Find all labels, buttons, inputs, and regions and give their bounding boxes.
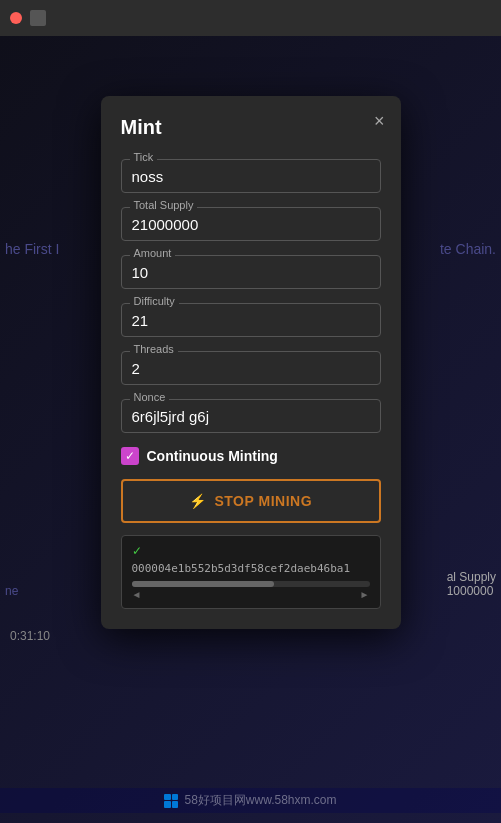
watermark: 58好项目网www.58hxm.com (0, 788, 501, 813)
stop-mining-button[interactable]: ⚡ STOP MINING (121, 479, 381, 523)
browser-bar (0, 0, 501, 36)
continuous-minting-row[interactable]: ✓ Continuous Minting (121, 447, 381, 465)
hash-scroll-right-icon[interactable]: ► (360, 589, 370, 600)
amount-field-group: Amount (121, 255, 381, 289)
hash-text: 000004e1b552b5d3df58cef2daeb46ba1 (132, 562, 370, 575)
threads-label: Threads (130, 343, 178, 355)
hash-output-box: ✓ 000004e1b552b5d3df58cef2daeb46ba1 ◄ ► (121, 535, 381, 609)
modal-close-button[interactable]: × (374, 112, 385, 130)
mint-modal: Mint × Tick Total Supply Amount Difficul… (101, 96, 401, 629)
tick-field-group: Tick (121, 159, 381, 193)
modal-overlay: Mint × Tick Total Supply Amount Difficul… (0, 36, 501, 823)
nonce-input[interactable] (132, 408, 370, 425)
watermark-text: 58好项目网www.58hxm.com (184, 792, 336, 809)
total-supply-label: Total Supply (130, 199, 198, 211)
tick-label: Tick (130, 151, 158, 163)
stop-mining-label: STOP MINING (214, 493, 312, 509)
continuous-minting-label: Continuous Minting (147, 448, 278, 464)
stop-mining-icon: ⚡ (189, 493, 207, 509)
difficulty-label: Difficulty (130, 295, 179, 307)
difficulty-field-group: Difficulty (121, 303, 381, 337)
hash-scroll-arrows: ◄ ► (132, 589, 370, 600)
continuous-minting-checkbox[interactable]: ✓ (121, 447, 139, 465)
browser-close-button[interactable] (10, 12, 22, 24)
hash-scrollbar[interactable] (132, 581, 370, 587)
tick-input[interactable] (132, 168, 370, 185)
modal-title: Mint (121, 116, 381, 139)
difficulty-input[interactable] (132, 312, 370, 329)
nonce-field-group: Nonce (121, 399, 381, 433)
amount-input[interactable] (132, 264, 370, 281)
nonce-label: Nonce (130, 391, 170, 403)
checkmark-icon: ✓ (125, 449, 135, 463)
amount-label: Amount (130, 247, 176, 259)
hash-check-icon: ✓ (132, 544, 370, 558)
browser-tab[interactable] (30, 10, 46, 26)
threads-field-group: Threads (121, 351, 381, 385)
threads-input[interactable] (132, 360, 370, 377)
hash-scrollbar-thumb[interactable] (132, 581, 275, 587)
windows-logo-icon (164, 794, 178, 808)
hash-scroll-left-icon[interactable]: ◄ (132, 589, 142, 600)
total-supply-field-group: Total Supply (121, 207, 381, 241)
total-supply-input[interactable] (132, 216, 370, 233)
